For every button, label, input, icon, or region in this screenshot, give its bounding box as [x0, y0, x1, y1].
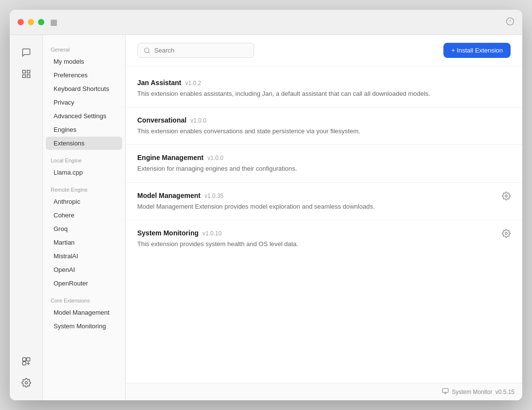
- extension-title-row: System Monitoring v1.0.10: [137, 229, 298, 237]
- nav-sidebar: General My models Preferences Keyboard S…: [43, 35, 126, 400]
- svg-rect-3: [22, 75, 25, 78]
- system-monitor-label: System Monitor: [452, 389, 492, 395]
- nav-item-advanced-settings[interactable]: Advanced Settings: [46, 109, 122, 123]
- nav-item-engines[interactable]: Engines: [46, 123, 122, 136]
- svg-rect-1: [22, 71, 25, 73]
- nav-item-extensions[interactable]: Extensions: [46, 137, 122, 150]
- extension-item-jan-assistant: Jan Assistant v1.0.2 This extension enab…: [126, 70, 522, 107]
- general-section: General My models Preferences Keyboard S…: [43, 43, 125, 150]
- extension-name: Jan Assistant: [137, 79, 182, 87]
- titlebar: ▦: [10, 10, 522, 35]
- minimize-button[interactable]: [28, 19, 34, 25]
- model-management-gear-icon[interactable]: [502, 192, 511, 203]
- svg-rect-2: [27, 71, 30, 73]
- nav-item-privacy[interactable]: Privacy: [46, 96, 122, 109]
- extension-version: v1.0.10: [202, 230, 221, 237]
- extension-item-system-monitoring: System Monitoring v1.0.10 This extension…: [126, 220, 522, 257]
- icon-sidebar: [10, 35, 43, 400]
- local-engine-label: Local Engine: [43, 154, 125, 165]
- nav-item-preferences[interactable]: Preferences: [46, 69, 122, 82]
- extension-description: Model Management Extension provides mode…: [137, 202, 375, 211]
- extension-name: System Monitoring: [137, 229, 199, 237]
- main-content: General My models Preferences Keyboard S…: [10, 35, 522, 400]
- nav-item-model-management[interactable]: Model Management: [46, 306, 122, 319]
- nav-item-my-models[interactable]: My models: [46, 55, 122, 68]
- extension-info: Conversational v1.0.0 This extension ena…: [137, 116, 360, 136]
- search-box[interactable]: [137, 43, 254, 58]
- extension-title-row: Engine Management v1.0.0: [137, 154, 297, 161]
- add-extension-icon[interactable]: [17, 352, 36, 371]
- extension-description: This extension provides system health an…: [137, 240, 298, 249]
- system-monitor-icon: [442, 388, 449, 396]
- chat-nav-icon[interactable]: [17, 43, 36, 62]
- extension-title-row: Jan Assistant v1.0.2: [137, 79, 430, 87]
- extension-version: v1.0.0: [207, 155, 223, 161]
- settings-nav-icon[interactable]: [17, 373, 36, 392]
- extension-info: Model Management v1.0.35 Model Managemen…: [137, 192, 375, 211]
- nav-item-cohere[interactable]: Cohere: [46, 209, 122, 222]
- svg-point-8: [25, 382, 27, 384]
- content-header: + Install Extension: [126, 35, 522, 66]
- extensions-list: Jan Assistant v1.0.2 This extension enab…: [126, 66, 522, 383]
- icon-sidebar-bottom: [17, 352, 36, 392]
- extension-title-row: Model Management v1.0.35: [137, 192, 375, 199]
- remote-engine-section: Remote Engine Anthropic Cohere Groq Mart…: [43, 183, 125, 290]
- nav-item-anthropic[interactable]: Anthropic: [46, 195, 122, 208]
- close-button[interactable]: [18, 19, 24, 25]
- extension-version: v1.0.2: [185, 80, 202, 87]
- svg-rect-6: [26, 358, 30, 361]
- extension-info: System Monitoring v1.0.10 This extension…: [137, 229, 298, 249]
- search-input[interactable]: [154, 47, 248, 54]
- grid-nav-icon[interactable]: [17, 64, 36, 84]
- extension-name: Conversational: [137, 116, 186, 124]
- core-extensions-section: Core Extensions Model Management System …: [43, 294, 125, 333]
- extension-description: This extension enables assistants, inclu…: [137, 89, 430, 98]
- install-extension-button[interactable]: + Install Extension: [443, 43, 511, 58]
- titlebar-icon: ▦: [50, 18, 57, 27]
- remote-engine-label: Remote Engine: [43, 183, 125, 195]
- nav-item-llama-cpp[interactable]: Llama.cpp: [46, 166, 122, 179]
- svg-point-10: [505, 195, 508, 197]
- nav-item-openrouter[interactable]: OpenRouter: [46, 277, 122, 290]
- nav-item-openai[interactable]: OpenAI: [46, 263, 122, 276]
- extension-info: Engine Management v1.0.0 Extension for m…: [137, 154, 297, 173]
- svg-point-11: [505, 232, 508, 235]
- traffic-lights: [18, 19, 44, 25]
- extension-item-model-management: Model Management v1.0.35 Model Managemen…: [126, 183, 522, 220]
- system-monitor-version: v0.5.15: [495, 389, 514, 395]
- nav-item-martian[interactable]: Martian: [46, 236, 122, 249]
- extension-description: Extension for managing engines and their…: [137, 164, 297, 173]
- nav-item-system-monitoring[interactable]: System Monitoring: [46, 320, 122, 333]
- svg-rect-7: [22, 362, 26, 365]
- svg-rect-5: [22, 358, 26, 361]
- status-bar: System Monitor v0.5.15: [126, 383, 522, 400]
- local-engine-section: Local Engine Llama.cpp: [43, 154, 125, 179]
- nav-item-keyboard-shortcuts[interactable]: Keyboard Shortcuts: [46, 82, 122, 95]
- extension-version: v1.0.35: [204, 193, 223, 199]
- extension-name: Engine Management: [137, 154, 203, 161]
- extension-title-row: Conversational v1.0.0: [137, 116, 360, 124]
- app-window: ▦: [10, 10, 522, 400]
- extension-name: Model Management: [137, 192, 201, 199]
- extension-item-engine-management: Engine Management v1.0.0 Extension for m…: [126, 145, 522, 182]
- search-icon: [144, 47, 150, 54]
- svg-point-9: [145, 48, 149, 52]
- extension-description: This extension enables conversations and…: [137, 127, 360, 136]
- nav-item-groq[interactable]: Groq: [46, 222, 122, 235]
- extension-info: Jan Assistant v1.0.2 This extension enab…: [137, 79, 430, 98]
- extension-item-conversational: Conversational v1.0.0 This extension ena…: [126, 107, 522, 145]
- svg-rect-4: [27, 75, 30, 78]
- core-extensions-label: Core Extensions: [43, 294, 125, 305]
- system-monitoring-gear-icon[interactable]: [502, 229, 511, 240]
- titlebar-right-icon: [506, 17, 514, 28]
- content-area: + Install Extension Jan Assistant v1.0.2…: [126, 35, 522, 400]
- maximize-button[interactable]: [38, 19, 44, 25]
- svg-rect-12: [442, 389, 448, 392]
- general-section-label: General: [43, 43, 125, 54]
- nav-item-mistralai[interactable]: MistralAI: [46, 250, 122, 263]
- extension-version: v1.0.0: [190, 117, 206, 124]
